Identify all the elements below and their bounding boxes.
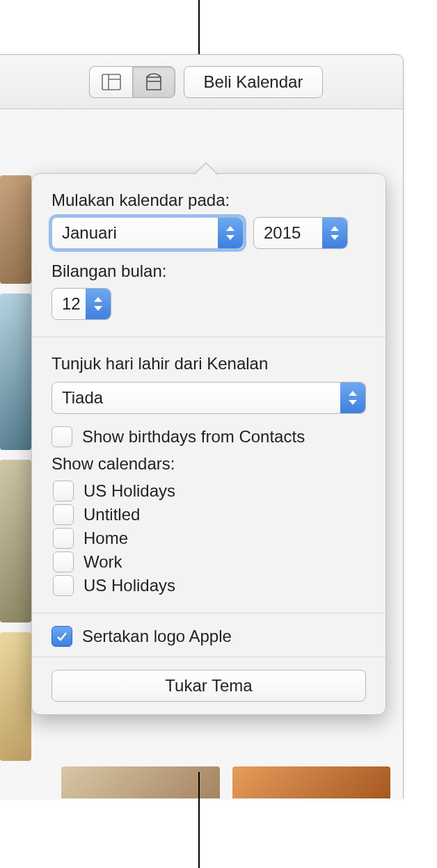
start-year-select[interactable]: 2015 (253, 217, 348, 249)
change-theme-section: Tukar Tema (32, 657, 386, 714)
photo-strip-bottom (61, 766, 390, 798)
start-date-section: Mulakan kalendar pada: Januari 2015 Bila… (32, 174, 386, 337)
calendar-label: Untitled (84, 505, 140, 524)
calendar-list: US Holidays Untitled Home Work US Holida… (51, 481, 366, 596)
calendar-page-icon (144, 73, 164, 91)
show-birthdays-checkbox[interactable] (51, 426, 72, 447)
calendar-row: Home (53, 528, 366, 549)
show-birthdays-label: Show birthdays from Contacts (82, 427, 305, 447)
thumbnail (0, 175, 31, 284)
include-logo-section: Sertakan logo Apple (32, 613, 386, 657)
callout-line-bottom (198, 772, 200, 868)
change-theme-button[interactable]: Tukar Tema (51, 670, 366, 702)
calendar-row: US Holidays (53, 481, 366, 501)
stepper-arrows-icon (86, 289, 111, 319)
num-months-select[interactable]: 12 (51, 288, 111, 320)
layout-view-button[interactable] (89, 66, 132, 98)
photo-strip-left (0, 175, 31, 761)
calendar-checkbox[interactable] (53, 575, 74, 596)
calendar-checkbox[interactable] (53, 504, 74, 525)
stepper-arrows-icon (340, 383, 365, 413)
num-months-value: 12 (62, 294, 81, 314)
thumbnail (232, 766, 391, 798)
start-year-value: 2015 (264, 223, 301, 243)
calendar-settings-popover: Mulakan kalendar pada: Januari 2015 Bila… (31, 173, 386, 715)
thumbnail (0, 294, 31, 449)
view-segment (89, 66, 175, 98)
calendar-row: US Holidays (53, 575, 366, 596)
svg-rect-0 (102, 74, 120, 90)
toolbar: Beli Kalendar (0, 55, 403, 109)
include-apple-logo-label: Sertakan logo Apple (82, 627, 232, 646)
show-calendars-label: Show calendars: (51, 454, 366, 474)
window-frame: Beli Kalendar Mulakan kalendar pada: Jan… (0, 54, 404, 798)
show-birthdays-row: Show birthdays from Contacts (51, 426, 366, 447)
callout-line-top (198, 0, 200, 54)
buy-calendar-button[interactable]: Beli Kalendar (184, 66, 323, 98)
calendar-checkbox[interactable] (53, 481, 74, 501)
calendar-settings-button[interactable] (132, 66, 175, 98)
start-month-select[interactable]: Januari (51, 217, 244, 249)
layout-icon (102, 74, 121, 90)
birthdays-section: Tunjuk hari lahir dari Kenalan Tiada Sho… (32, 337, 386, 613)
thumbnail (0, 632, 31, 761)
birthdays-heading: Tunjuk hari lahir dari Kenalan (51, 354, 366, 373)
calendar-label: Home (84, 529, 128, 548)
include-apple-logo-checkbox[interactable] (51, 626, 72, 647)
calendar-checkbox[interactable] (53, 528, 74, 549)
num-months-label: Bilangan bulan: (51, 262, 366, 281)
calendar-row: Untitled (53, 504, 366, 525)
calendar-label: US Holidays (84, 481, 175, 501)
thumbnail (61, 766, 220, 798)
calendar-checkbox[interactable] (53, 552, 74, 572)
birthdays-select-value: Tiada (62, 388, 103, 408)
start-month-value: Januari (62, 223, 117, 243)
calendar-row: Work (53, 552, 366, 572)
start-calendar-label: Mulakan kalendar pada: (51, 191, 366, 210)
calendar-label: US Holidays (84, 576, 175, 595)
calendar-label: Work (84, 552, 122, 572)
stepper-arrows-icon (322, 218, 347, 248)
birthdays-select[interactable]: Tiada (51, 382, 366, 414)
stepper-arrows-icon (218, 218, 243, 248)
thumbnail (0, 460, 31, 622)
